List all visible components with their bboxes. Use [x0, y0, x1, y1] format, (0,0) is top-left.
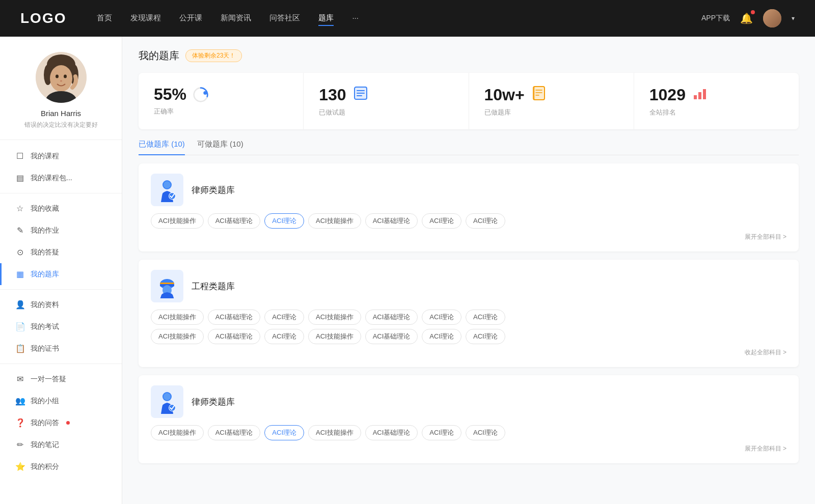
points-icon: ⭐	[15, 462, 24, 471]
questions-done-value: 130	[319, 86, 346, 104]
banks-done-label: 已做题库	[484, 108, 618, 117]
nav-more[interactable]: ···	[352, 11, 359, 26]
sidebar-item-my-homework[interactable]: ✎ 我的作业	[0, 219, 122, 241]
sidebar-divider-3	[0, 363, 122, 364]
tag[interactable]: ACI理论	[264, 310, 304, 325]
sidebar-item-my-notes[interactable]: ✏ 我的笔记	[0, 434, 122, 456]
question-bank-card-2: 工程类题库 ACI技能操作 ACI基础理论 ACI理论 ACI技能操作 ACI基…	[139, 260, 799, 367]
bar-chart-icon	[692, 85, 708, 101]
tag[interactable]: ACI技能操作	[151, 425, 204, 440]
accuracy-chart-icon	[193, 87, 209, 103]
tag-active[interactable]: ACI理论	[264, 425, 304, 440]
tag[interactable]: ACI理论	[466, 425, 505, 440]
banks-done-value: 10w+	[484, 86, 525, 104]
questions-done-icon	[352, 85, 369, 105]
collapse-link-2[interactable]: 收起全部科目 >	[151, 348, 786, 357]
group-icon: 👥	[15, 396, 24, 406]
tag[interactable]: ACI基础理论	[365, 310, 418, 325]
tag-active[interactable]: ACI理论	[264, 213, 304, 229]
svg-rect-24	[698, 92, 701, 99]
trial-badge: 体验剩余23天！	[185, 49, 242, 62]
sidebar-item-one-on-one-qa[interactable]: ✉ 一对一答疑	[0, 368, 122, 390]
exam-icon: 📄	[15, 322, 24, 331]
svg-rect-17	[533, 87, 545, 100]
nav-discover[interactable]: 发现课程	[130, 11, 161, 26]
tag[interactable]: ACI技能操作	[308, 213, 361, 229]
certificate-icon: 📋	[15, 344, 24, 353]
tag[interactable]: ACI技能操作	[151, 329, 204, 344]
sidebar-item-label: 一对一答疑	[31, 375, 66, 384]
favorites-icon: ☆	[15, 204, 24, 213]
nav-qa[interactable]: 问答社区	[269, 11, 300, 26]
nav-home[interactable]: 首页	[97, 11, 112, 26]
sidebar-menu: ☐ 我的课程 ▤ 我的课程包... ☆ 我的收藏 ✎ 我的作业 ⊙ 我的答疑 ▦	[0, 145, 122, 478]
stat-banks-done: 10w+ 已做题库	[469, 73, 634, 129]
tag[interactable]: ACI技能操作	[308, 310, 361, 325]
svg-rect-23	[694, 95, 697, 99]
tag[interactable]: ACI理论	[422, 425, 461, 440]
sidebar-item-my-exam[interactable]: 📄 我的考试	[0, 316, 122, 338]
tag[interactable]: ACI理论	[422, 329, 461, 344]
sidebar-item-my-qa[interactable]: ⊙ 我的答疑	[0, 241, 122, 263]
sidebar-item-my-course-packages[interactable]: ▤ 我的课程包...	[0, 167, 122, 189]
sidebar-item-my-question-bank[interactable]: ▦ 我的题库	[0, 263, 122, 285]
stat-accuracy-top: 55%	[154, 85, 288, 104]
sidebar-item-my-points[interactable]: ⭐ 我的积分	[0, 456, 122, 478]
sidebar-item-my-profile[interactable]: 👤 我的资料	[0, 294, 122, 316]
tag[interactable]: ACI技能操作	[151, 310, 204, 325]
tab-done-banks[interactable]: 已做题库 (10)	[139, 139, 185, 155]
sidebar-item-my-courses[interactable]: ☐ 我的课程	[0, 145, 122, 167]
tag[interactable]: ACI理论	[466, 310, 505, 325]
sidebar-avatar	[36, 52, 87, 103]
qbank-tags-1: ACI技能操作 ACI基础理论 ACI理论 ACI技能操作 ACI基础理论 AC…	[151, 213, 786, 229]
nav-open-course[interactable]: 公开课	[179, 11, 202, 26]
nav-news[interactable]: 新闻资讯	[221, 11, 251, 26]
tab-available-banks[interactable]: 可做题库 (10)	[197, 139, 243, 155]
sidebar-item-label: 我的考试	[31, 322, 59, 331]
tag[interactable]: ACI技能操作	[308, 425, 361, 440]
tag[interactable]: ACI基础理论	[365, 329, 418, 344]
nav-question-bank[interactable]: 题库	[318, 11, 334, 26]
avatar[interactable]	[763, 9, 781, 27]
qbank-card-1-header: 律师类题库	[151, 174, 786, 206]
avatar-chevron-icon[interactable]: ▾	[792, 15, 795, 22]
tag[interactable]: ACI理论	[466, 329, 505, 344]
homework-icon: ✎	[15, 226, 24, 235]
sidebar-item-label: 我的问答	[31, 418, 59, 428]
svg-point-7	[60, 80, 62, 82]
expand-link-3[interactable]: 展开全部科目 >	[151, 444, 786, 453]
tag[interactable]: ACI基础理论	[208, 310, 261, 325]
content-header: 我的题库 体验剩余23天！	[139, 49, 799, 63]
tag[interactable]: ACI理论	[422, 213, 461, 229]
svg-rect-22	[533, 87, 535, 100]
notes-icon: ✏	[15, 440, 24, 450]
qbank-tags-2-row1: ACI技能操作 ACI基础理论 ACI理论 ACI技能操作 ACI基础理论 AC…	[151, 310, 786, 325]
tag[interactable]: ACI基础理论	[208, 425, 261, 440]
tag[interactable]: ACI基础理论	[208, 329, 261, 344]
tag[interactable]: ACI理论	[466, 213, 505, 229]
accuracy-value: 55%	[154, 85, 186, 104]
sidebar-item-my-questions[interactable]: ❓ 我的问答	[0, 412, 122, 434]
stat-site-rank-top: 1029	[649, 85, 783, 105]
tag[interactable]: ACI基础理论	[208, 213, 261, 229]
sidebar-item-label: 我的小组	[31, 397, 59, 406]
sidebar-item-label: 我的资料	[31, 300, 59, 310]
tag[interactable]: ACI技能操作	[308, 329, 361, 344]
tag[interactable]: ACI基础理论	[365, 425, 418, 440]
sidebar-item-label: 我的笔记	[31, 440, 59, 450]
sidebar-item-my-certificate[interactable]: 📋 我的证书	[0, 338, 122, 359]
sidebar-item-my-favorites[interactable]: ☆ 我的收藏	[0, 198, 122, 219]
tag[interactable]: ACI技能操作	[151, 213, 204, 229]
sidebar-item-my-group[interactable]: 👥 我的小组	[0, 390, 122, 412]
sidebar-item-label: 我的题库	[31, 270, 59, 279]
stat-questions-done-top: 130	[319, 85, 453, 105]
tag[interactable]: ACI理论	[422, 310, 461, 325]
tag[interactable]: ACI理论	[264, 329, 304, 344]
tag[interactable]: ACI基础理论	[365, 213, 418, 229]
sidebar-item-label: 我的作业	[31, 226, 59, 235]
app-download-button[interactable]: APP下载	[701, 14, 730, 23]
page-layout: Brian Harris 错误的决定比没有决定要好 ☐ 我的课程 ▤ 我的课程包…	[0, 37, 815, 504]
banks-done-icon	[531, 85, 547, 105]
expand-link-1[interactable]: 展开全部科目 >	[151, 233, 786, 241]
notification-bell[interactable]: 🔔	[740, 12, 753, 24]
